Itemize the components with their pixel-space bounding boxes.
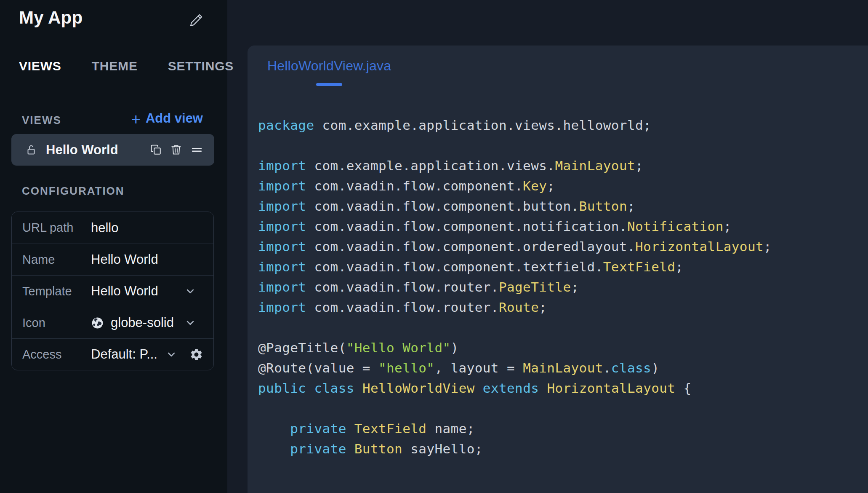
configuration-title: CONFIGURATION — [22, 185, 125, 198]
add-view-label: Add view — [146, 111, 203, 126]
url-path-field[interactable]: hello — [91, 220, 119, 236]
views-section-title: VIEWS — [22, 114, 61, 127]
chevron-down-icon — [184, 285, 197, 297]
tab-settings[interactable]: SETTINGS — [168, 59, 234, 73]
config-row-template[interactable]: Template Hello World — [12, 275, 213, 307]
code-block[interactable]: package com.example.application.views.he… — [258, 115, 868, 480]
access-select-value[interactable]: Default: P... — [91, 347, 157, 362]
drag-view-handle[interactable] — [190, 143, 203, 156]
lock-open-icon — [25, 144, 37, 156]
config-row-icon[interactable]: Icon globe-solid — [12, 307, 213, 338]
config-row-access: Access Default: P... — [12, 338, 213, 370]
template-label: Template — [22, 284, 91, 298]
trash-icon — [170, 144, 182, 156]
copy-icon — [150, 144, 162, 156]
view-item-name: Hello World — [46, 142, 118, 158]
tab-theme[interactable]: THEME — [92, 59, 138, 73]
file-tab-helloworldview[interactable]: HelloWorldView.java — [267, 58, 391, 74]
globe-icon — [91, 316, 104, 330]
icon-label: Icon — [22, 316, 91, 330]
url-path-label: URL path — [22, 221, 91, 235]
config-row-name: Name Hello World — [12, 244, 213, 275]
sidebar: My App VIEWS THEME SETTINGS VIEWS + Add … — [0, 0, 227, 493]
edit-app-name-button[interactable] — [189, 12, 205, 29]
code-preview-panel: HelloWorldView.java package com.example.… — [248, 46, 868, 493]
name-field[interactable]: Hello World — [91, 252, 158, 267]
access-settings-button[interactable] — [189, 348, 203, 362]
active-tab-indicator — [316, 83, 342, 86]
chevron-down-icon — [184, 316, 197, 329]
access-label: Access — [22, 348, 91, 362]
config-row-url-path: URL path hello — [12, 212, 213, 244]
app-title: My App — [19, 8, 83, 28]
icon-select-value: globe-solid — [111, 315, 174, 330]
tab-views[interactable]: VIEWS — [19, 59, 61, 73]
duplicate-view-button[interactable] — [150, 144, 162, 156]
template-select-value: Hello World — [91, 284, 158, 299]
delete-view-button[interactable] — [170, 144, 182, 156]
configuration-panel: URL path hello Name Hello World Template… — [11, 212, 214, 370]
view-list-item-hello-world[interactable]: Hello World — [11, 134, 214, 166]
name-label: Name — [22, 253, 91, 267]
file-tab-wrap: HelloWorldView.java — [267, 58, 391, 86]
chevron-down-icon[interactable] — [165, 348, 178, 361]
view-item-actions — [150, 143, 203, 156]
pencil-icon — [189, 13, 205, 28]
plus-icon: + — [131, 111, 141, 127]
sidebar-tabs: VIEWS THEME SETTINGS — [0, 59, 227, 73]
views-section-header: VIEWS + Add view — [22, 110, 203, 127]
sidebar-header: My App — [0, 0, 227, 47]
gear-icon — [189, 348, 203, 362]
drag-handle-icon — [190, 143, 203, 156]
add-view-button[interactable]: + Add view — [131, 110, 203, 126]
